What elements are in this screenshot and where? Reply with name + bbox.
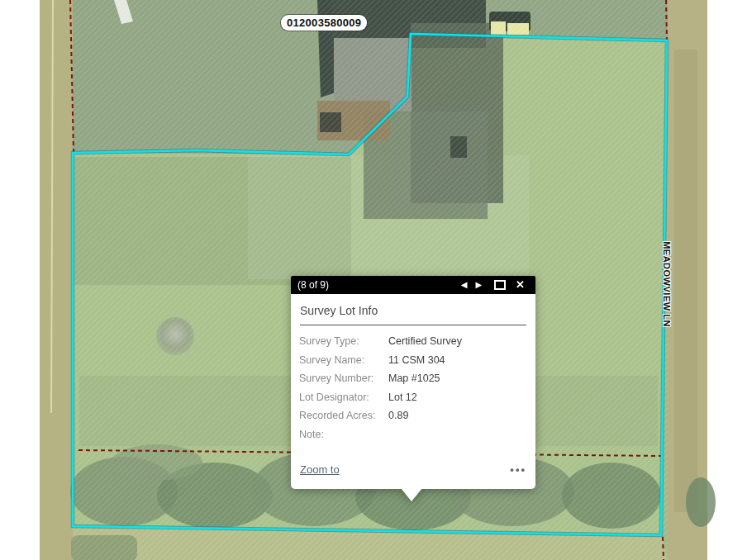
close-icon[interactable]: ✕	[509, 276, 529, 294]
field-label: Note:	[299, 425, 388, 444]
field-row-survey-type: Survey Type: Certified Survey	[299, 332, 527, 351]
field-row-survey-number: Survey Number: Map #1025	[299, 369, 527, 388]
popup-header: (8 of 9) ◀ ▶ ✕	[291, 276, 535, 294]
field-row-lot-designator: Lot Designator: Lot 12	[299, 388, 527, 407]
popup-footer: Zoom to •••	[300, 463, 526, 476]
field-row-survey-name: Survey Name: 11 CSM 304	[299, 351, 527, 370]
field-label: Lot Designator:	[299, 388, 388, 407]
field-label: Survey Name:	[299, 351, 388, 370]
popup-body: Survey Lot Info Survey Type: Certified S…	[291, 294, 535, 489]
survey-info-popup: (8 of 9) ◀ ▶ ✕ Survey Lot Info Survey Ty…	[291, 276, 535, 489]
field-value: Lot 12	[388, 388, 417, 407]
popup-pointer	[401, 488, 422, 501]
field-label: Survey Number:	[299, 369, 388, 388]
more-options-icon[interactable]: •••	[510, 466, 526, 474]
field-row-recorded-acres: Recorded Acres: 0.89	[299, 406, 527, 425]
next-feature-icon[interactable]: ▶	[471, 276, 486, 294]
popup-pagination: (8 of 9)	[297, 279, 329, 291]
previous-feature-icon[interactable]: ◀	[457, 276, 472, 294]
field-label: Survey Type:	[299, 332, 388, 351]
field-value: 11 CSM 304	[388, 351, 445, 370]
field-row-note: Note:	[299, 425, 527, 444]
map-viewport: 012003580009 MEADOWVIEW LN (8 of 9) ◀ ▶ …	[0, 0, 747, 560]
field-value: Certified Survey	[388, 332, 462, 351]
field-label: Recorded Acres:	[299, 406, 388, 425]
maximize-icon[interactable]	[494, 280, 506, 290]
popup-title: Survey Lot Info	[300, 304, 526, 317]
field-value: 0.89	[388, 406, 408, 425]
zoom-to-link[interactable]: Zoom to	[300, 463, 340, 476]
left-road	[40, 0, 73, 560]
street-name-label: MEADOWVIEW LN	[662, 241, 672, 327]
field-value: Map #1025	[388, 369, 440, 388]
title-divider	[300, 325, 526, 325]
parcel-id-label: 012003580009	[281, 15, 367, 31]
